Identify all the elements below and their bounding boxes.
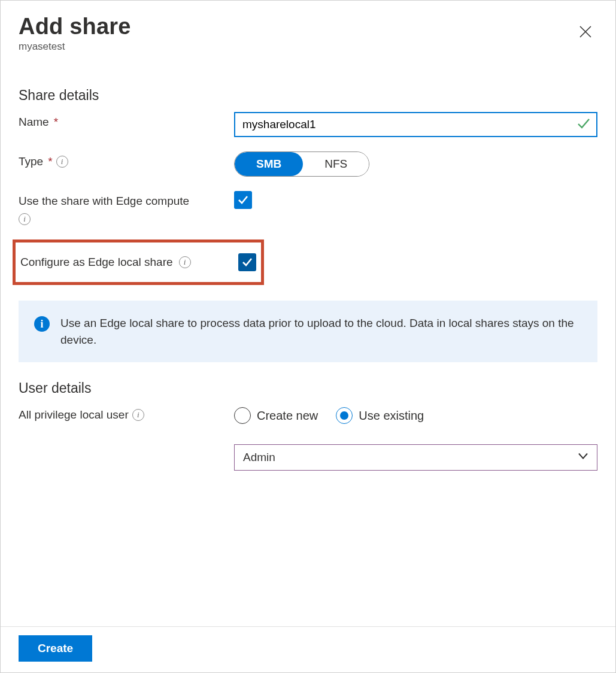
privilege-user-radio-group: Create new Use existing [234, 405, 597, 424]
edge-local-label-text: Configure as Edge local share [20, 256, 173, 269]
name-label: Name * [19, 112, 234, 129]
type-option-nfs[interactable]: NFS [303, 152, 369, 176]
edge-compute-row: Use the share with Edge compute i [19, 191, 597, 225]
info-icon[interactable]: i [179, 256, 191, 268]
page-title: Add share [19, 14, 131, 40]
privilege-user-label-text: All privilege local user [19, 408, 129, 422]
add-share-panel: Add share myasetest Share details Name * [0, 0, 616, 673]
page-subtitle: myasetest [19, 41, 131, 53]
info-icon[interactable]: i [19, 213, 31, 225]
privilege-user-row: All privilege local user i Create new Us… [19, 405, 597, 471]
type-row: Type * i SMB NFS [19, 151, 597, 177]
edge-compute-label-text: Use the share with Edge compute [19, 195, 189, 207]
edge-local-label: Configure as Edge local share i [20, 256, 191, 269]
panel-footer: Create [1, 626, 615, 672]
valid-check-icon [576, 116, 591, 134]
edge-local-checkbox[interactable] [238, 253, 256, 271]
info-icon[interactable]: i [56, 156, 68, 168]
check-icon [236, 193, 250, 207]
info-banner-text: Use an Edge local share to process data … [60, 315, 582, 348]
radio-create-new-label: Create new [257, 409, 318, 423]
type-label: Type * i [19, 151, 234, 168]
user-dropdown-value: Admin [243, 451, 275, 464]
chevron-down-icon [576, 450, 590, 466]
info-banner: i Use an Edge local share to process dat… [19, 301, 597, 362]
check-icon [241, 256, 254, 269]
share-details-heading: Share details [19, 87, 597, 104]
info-icon[interactable]: i [132, 409, 144, 421]
create-button[interactable]: Create [19, 635, 92, 662]
radio-use-existing-label: Use existing [359, 409, 424, 423]
user-details-heading: User details [19, 380, 597, 396]
privilege-user-label: All privilege local user i [19, 405, 234, 422]
required-asterisk: * [54, 116, 58, 129]
name-row: Name * [19, 112, 597, 137]
edge-local-highlight: Configure as Edge local share i [13, 240, 264, 285]
close-icon [579, 25, 592, 38]
edge-compute-label: Use the share with Edge compute i [19, 191, 234, 225]
user-dropdown[interactable]: Admin [234, 444, 597, 471]
panel-body: Add share myasetest Share details Name * [1, 1, 615, 626]
close-button[interactable] [573, 20, 597, 44]
type-label-text: Type [19, 155, 43, 168]
name-label-text: Name [19, 116, 49, 129]
info-banner-icon: i [34, 316, 50, 332]
edge-compute-checkbox[interactable] [234, 191, 252, 209]
required-asterisk: * [48, 155, 52, 168]
type-segmented: SMB NFS [234, 151, 369, 177]
name-input[interactable] [234, 112, 597, 137]
title-row: Add share myasetest [19, 14, 597, 77]
radio-use-existing[interactable]: Use existing [336, 407, 424, 424]
radio-create-new[interactable]: Create new [234, 407, 318, 424]
type-option-smb[interactable]: SMB [235, 152, 303, 176]
